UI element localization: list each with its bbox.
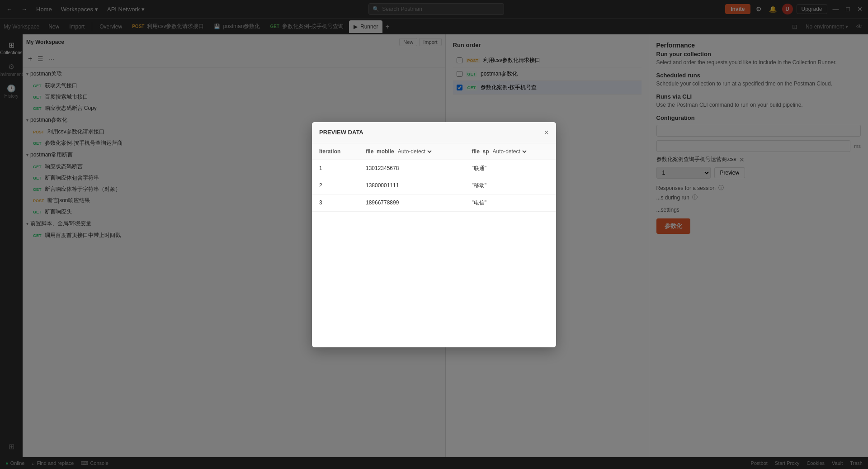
modal-title: PREVIEW DATA: [319, 129, 544, 136]
modal-header: PREVIEW DATA ×: [312, 122, 556, 143]
modal-overlay: PREVIEW DATA × Iteration file_mobile Aut…: [0, 0, 868, 469]
table-row: 213800001111"移动": [312, 177, 556, 194]
modal-body: Iteration file_mobile Auto-detect String…: [312, 143, 556, 347]
file-sp-type-select[interactable]: Auto-detect String Number: [491, 148, 528, 155]
cell-iteration: 1: [312, 160, 359, 177]
cell-file_sp: "联通": [464, 160, 556, 177]
cell-file_mobile: 13012345678: [359, 160, 465, 177]
cell-file_sp: "移动": [464, 177, 556, 194]
cell-iteration: 3: [312, 194, 359, 211]
table-header-row: Iteration file_mobile Auto-detect String…: [312, 143, 556, 160]
preview-data-modal: PREVIEW DATA × Iteration file_mobile Aut…: [312, 122, 556, 347]
modal-empty-space: [312, 212, 556, 347]
col-iteration: Iteration: [312, 143, 359, 160]
cell-file_sp: "电信": [464, 194, 556, 211]
col-detect-mobile: file_mobile Auto-detect String Number: [366, 148, 458, 155]
col-file-sp: file_sp Auto-detect String Number: [464, 143, 556, 160]
col-file-mobile: file_mobile Auto-detect String Number: [359, 143, 465, 160]
table-row: 318966778899"电信": [312, 194, 556, 211]
col-detect-sp: file_sp Auto-detect String Number: [472, 148, 549, 155]
cell-file_mobile: 18966778899: [359, 194, 465, 211]
table-row: 113012345678"联通": [312, 160, 556, 177]
cell-iteration: 2: [312, 177, 359, 194]
file-mobile-type-select[interactable]: Auto-detect String Number: [396, 148, 433, 155]
cell-file_mobile: 13800001111: [359, 177, 465, 194]
modal-close-button[interactable]: ×: [544, 128, 549, 137]
preview-table: Iteration file_mobile Auto-detect String…: [312, 143, 556, 212]
